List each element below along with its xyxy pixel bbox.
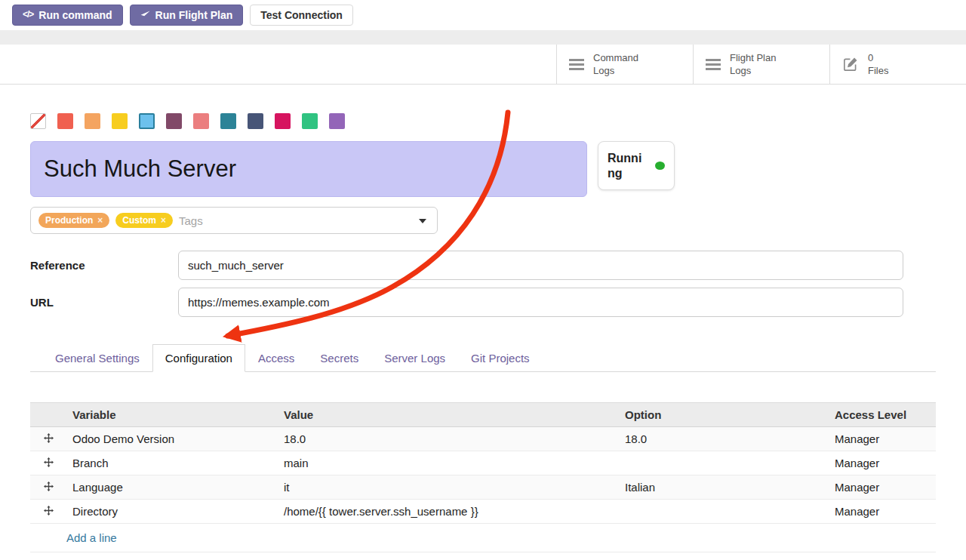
tab-secrets[interactable]: Secrets: [307, 344, 371, 372]
flight-plan-logs-label: Flight Plan Logs: [730, 51, 790, 78]
color-swatch-red[interactable]: [57, 113, 73, 129]
files-count: 0: [868, 51, 928, 65]
cell-access-level[interactable]: Manager: [829, 500, 936, 524]
cell-value[interactable]: it: [278, 475, 619, 500]
tag-production-label: Production: [45, 215, 93, 226]
color-swatch-light-blue-selected[interactable]: [139, 113, 155, 129]
column-header-option: Option: [619, 403, 829, 427]
table-row: Branch main Manager: [30, 451, 936, 475]
stat-header: Command Logs Flight Plan Logs 0 Files: [0, 45, 966, 85]
color-swatch-purple[interactable]: [329, 113, 345, 129]
run-flight-plan-button[interactable]: Run Flight Plan: [130, 5, 244, 26]
gray-divider-strip: [0, 30, 966, 45]
tab-access[interactable]: Access: [245, 344, 307, 372]
main-content: Such Much Server Running Production × Cu…: [0, 113, 966, 552]
files-text: Files: [868, 64, 928, 78]
cell-value[interactable]: /home/{{ tower.server.ssh_username }}: [278, 500, 619, 524]
drag-handle-icon[interactable]: [30, 475, 66, 500]
column-header-value: Value: [278, 403, 619, 427]
reference-input[interactable]: such_much_server: [178, 251, 903, 280]
color-swatch-salmon[interactable]: [193, 113, 209, 129]
column-header-access-level: Access Level: [829, 403, 936, 427]
drag-handle-icon[interactable]: [30, 500, 66, 524]
list-icon: [569, 59, 584, 70]
cell-variable[interactable]: Language: [66, 475, 278, 500]
chevron-down-icon[interactable]: [419, 219, 426, 223]
tag-remove-icon[interactable]: ×: [161, 215, 166, 226]
column-header-handle: [30, 403, 66, 427]
table-row: Directory /home/{{ tower.server.ssh_user…: [30, 500, 936, 524]
server-name-input[interactable]: Such Much Server: [30, 141, 587, 197]
tab-general-settings[interactable]: General Settings: [42, 344, 152, 372]
drag-handle-icon[interactable]: [30, 427, 66, 451]
files-label: 0 Files: [868, 51, 928, 78]
flight-plan-logs-button[interactable]: Flight Plan Logs: [693, 45, 829, 84]
color-swatch-dark-purple[interactable]: [166, 113, 182, 129]
tag-production: Production ×: [38, 213, 109, 228]
tab-configuration[interactable]: Configuration: [152, 344, 245, 372]
command-logs-button[interactable]: Command Logs: [556, 45, 693, 84]
top-toolbar: </> Run command Run Flight Plan Test Con…: [0, 0, 966, 30]
cell-access-level[interactable]: Manager: [829, 427, 936, 451]
color-swatch-navy[interactable]: [248, 113, 263, 129]
tags-placeholder: Tags: [179, 214, 203, 227]
test-connection-button[interactable]: Test Connection: [250, 5, 353, 26]
status-label: Running: [608, 151, 648, 181]
cell-variable[interactable]: Odoo Demo Version: [66, 427, 278, 451]
configuration-variables-table: Variable Value Option Access Level Odoo …: [30, 402, 936, 552]
color-swatch-orange[interactable]: [85, 113, 100, 129]
tag-custom: Custom ×: [115, 213, 173, 228]
run-command-button[interactable]: </> Run command: [12, 5, 123, 26]
run-command-label: Run command: [38, 9, 112, 21]
command-logs-label: Command Logs: [593, 51, 654, 78]
column-header-variable: Variable: [66, 403, 278, 427]
code-icon: </>: [23, 10, 33, 20]
cell-variable[interactable]: Directory: [66, 500, 278, 524]
cell-value[interactable]: main: [278, 451, 619, 475]
add-a-line-link[interactable]: Add a line: [66, 531, 117, 544]
cell-value[interactable]: 18.0: [278, 427, 619, 451]
table-row: Odoo Demo Version 18.0 18.0 Manager: [30, 427, 936, 451]
tab-git-projects[interactable]: Git Projects: [458, 344, 543, 372]
reference-label: Reference: [30, 259, 178, 272]
cell-option[interactable]: [619, 500, 829, 524]
run-flight-plan-label: Run Flight Plan: [155, 9, 233, 21]
cell-variable[interactable]: Branch: [66, 451, 278, 475]
color-swatch-yellow[interactable]: [112, 113, 128, 129]
url-input[interactable]: https://memes.example.com: [178, 288, 903, 317]
tags-input[interactable]: Production × Custom × Tags: [30, 207, 438, 234]
cell-access-level[interactable]: Manager: [829, 451, 936, 475]
status-card: Running: [598, 141, 675, 190]
color-swatch-row: [30, 113, 936, 129]
cell-option[interactable]: 18.0: [619, 427, 829, 451]
url-label: URL: [30, 296, 178, 309]
tab-bar: General Settings Configuration Access Se…: [30, 344, 936, 372]
list-icon: [706, 59, 721, 70]
table-row: Language it Italian Manager: [30, 475, 936, 500]
color-swatch-fuchsia[interactable]: [275, 113, 291, 129]
test-connection-label: Test Connection: [260, 9, 343, 21]
tab-server-logs[interactable]: Server Logs: [371, 344, 458, 372]
paper-plane-icon: [140, 11, 150, 20]
cell-access-level[interactable]: Manager: [829, 475, 936, 500]
drag-handle-icon[interactable]: [30, 451, 66, 475]
cell-option[interactable]: Italian: [619, 475, 829, 500]
edit-pencil-icon: [842, 56, 859, 72]
tag-custom-label: Custom: [122, 215, 156, 226]
tag-remove-icon[interactable]: ×: [97, 215, 103, 226]
status-green-dot-icon: [655, 162, 665, 170]
color-swatch-teal[interactable]: [220, 113, 236, 129]
color-swatch-green[interactable]: [302, 113, 318, 129]
files-button[interactable]: 0 Files: [829, 45, 966, 84]
cell-option[interactable]: [619, 451, 829, 475]
color-swatch-none[interactable]: [30, 113, 46, 129]
